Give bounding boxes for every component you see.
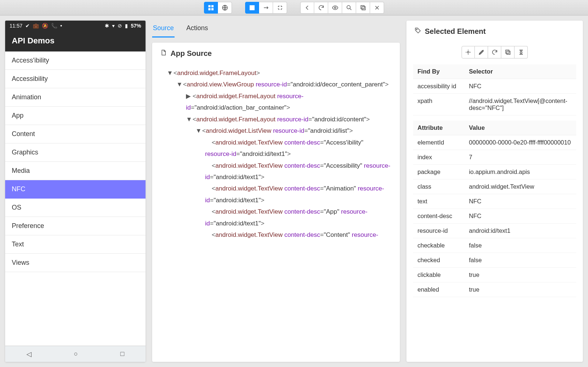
- tree-node[interactable]: <android.widget.TextView content-desc="A…: [163, 160, 391, 183]
- attr-key-cell: text: [413, 194, 465, 209]
- selected-element-card: Selected Element Find By Selector access…: [406, 21, 583, 362]
- table-row: enabledtrue: [413, 282, 576, 297]
- attr-value-cell: true: [465, 268, 576, 282]
- select-element-button[interactable]: [245, 2, 259, 14]
- tree-node[interactable]: <android.widget.TextView content-desc="A…: [163, 206, 391, 229]
- tag-icon: [415, 27, 421, 36]
- selector-table: Find By Selector accessibility idNFCxpat…: [413, 64, 576, 115]
- source-tree[interactable]: ▼<android.widget.FrameLayout>▼<android.v…: [152, 63, 400, 247]
- list-item[interactable]: Graphics: [5, 143, 146, 162]
- statusbar-phone-icon: 📞: [51, 23, 57, 29]
- table-row: classandroid.widget.TextView: [413, 179, 576, 194]
- table-row: index7: [413, 150, 576, 165]
- find-by-header: Find By: [413, 64, 465, 79]
- svg-point-6: [334, 7, 336, 8]
- attr-key-cell: index: [413, 150, 465, 165]
- table-row: clickabletrue: [413, 268, 576, 282]
- list-item[interactable]: Views: [5, 254, 146, 272]
- app-title: API Demos: [5, 31, 146, 51]
- list-item[interactable]: Preference: [5, 217, 146, 235]
- interaction-group: [245, 2, 287, 14]
- tree-node[interactable]: ▼<android.widget.FrameLayout resource-id…: [163, 114, 391, 125]
- list-item[interactable]: App: [5, 107, 146, 125]
- send-keys-button[interactable]: [475, 46, 488, 58]
- tree-node[interactable]: <android.widget.TextView content-desc="A…: [163, 183, 391, 206]
- svg-rect-12: [507, 51, 510, 54]
- table-row: content-descNFC: [413, 209, 576, 224]
- attr-key-cell: clickable: [413, 268, 465, 282]
- element-actions-row: [406, 41, 583, 62]
- attr-key-cell: package: [413, 165, 465, 179]
- main-area: 11:57 ✔ 💼 🔕 📞 • ✱ ▾ ⊘ ▮ 57% API Demos Ac…: [0, 15, 588, 367]
- table-row: resource-idandroid:id/text1: [413, 224, 576, 238]
- statusbar-bluetooth-icon: ✱: [105, 23, 109, 29]
- list-item[interactable]: NFC: [5, 180, 146, 199]
- selector-cell[interactable]: //android.widget.TextView[@content-desc=…: [465, 94, 576, 115]
- native-mode-button[interactable]: [204, 2, 218, 14]
- list-item[interactable]: Content: [5, 125, 146, 143]
- inspector-tabs: Source Actions: [152, 21, 400, 38]
- svg-rect-3: [212, 8, 214, 10]
- tree-node[interactable]: <android.widget.TextView content-desc="C…: [163, 229, 391, 240]
- tab-actions[interactable]: Actions: [186, 21, 209, 38]
- find-by-cell: xpath: [413, 94, 465, 115]
- file-icon: [160, 49, 167, 58]
- attr-key-cell: class: [413, 179, 465, 194]
- selector-cell[interactable]: NFC: [465, 79, 576, 94]
- nav-recent-icon[interactable]: □: [120, 350, 124, 358]
- tree-node[interactable]: <android.widget.TextView content-desc="A…: [163, 137, 391, 160]
- search-element-button[interactable]: [342, 2, 356, 14]
- tab-source[interactable]: Source: [152, 21, 175, 38]
- statusbar-time: 11:57: [10, 23, 22, 29]
- clear-element-button[interactable]: [488, 46, 501, 58]
- list-item[interactable]: Text: [5, 235, 146, 254]
- copy-attributes-button[interactable]: [501, 46, 514, 58]
- statusbar-battery-icon: ▮: [125, 23, 128, 29]
- statusbar-nosim-icon: ⊘: [118, 23, 122, 29]
- svg-point-11: [467, 51, 469, 53]
- list-item[interactable]: Animation: [5, 88, 146, 107]
- attr-value-cell: NFC: [465, 209, 576, 224]
- table-row: elementId00000000-0000-0e20-ffff-ffff000…: [413, 135, 576, 150]
- attr-value-cell: android.widget.TextView: [465, 179, 576, 194]
- app-list: Access'ibilityAccessibilityAnimationAppC…: [5, 51, 146, 346]
- copy-xml-button[interactable]: [356, 2, 370, 14]
- get-timing-button[interactable]: [514, 46, 528, 58]
- list-item[interactable]: OS: [5, 199, 146, 217]
- attr-value-cell: 00000000-0000-0e20-ffff-ffff00000010: [465, 135, 576, 150]
- app-source-title: App Source: [171, 49, 212, 58]
- start-recording-button[interactable]: [328, 2, 342, 14]
- statusbar-wifi-icon: ▾: [112, 23, 115, 29]
- statusbar-dot-icon: •: [60, 23, 62, 29]
- attr-key-cell: content-desc: [413, 209, 465, 224]
- table-row: textNFC: [413, 194, 576, 209]
- nav-back-icon[interactable]: ◁: [26, 350, 32, 358]
- quit-session-button[interactable]: [370, 2, 384, 14]
- statusbar-battery-pct: 57%: [131, 23, 141, 29]
- attr-key-cell: checked: [413, 253, 465, 268]
- list-item[interactable]: Media: [5, 162, 146, 180]
- nav-home-icon[interactable]: ○: [74, 350, 78, 358]
- tree-node[interactable]: ▼<android.view.ViewGroup resource-id="an…: [163, 79, 391, 90]
- attr-value-cell: false: [465, 253, 576, 268]
- table-row: xpath//android.widget.TextView[@content-…: [413, 94, 576, 115]
- tap-element-button[interactable]: [462, 46, 475, 58]
- tap-coordinates-button[interactable]: [273, 2, 287, 14]
- svg-rect-13: [506, 50, 509, 53]
- attribute-header: Attribute: [413, 121, 465, 135]
- tree-node[interactable]: ▶<android.widget.FrameLayout resource-id…: [163, 90, 391, 114]
- list-item[interactable]: Access'ibility: [5, 51, 146, 70]
- view-mode-group: [204, 2, 232, 14]
- web-mode-button[interactable]: [218, 2, 232, 14]
- tree-node[interactable]: ▼<android.widget.ListView resource-id="a…: [163, 125, 391, 136]
- tree-node[interactable]: ▼<android.widget.FrameLayout>: [163, 67, 391, 79]
- svg-rect-9: [361, 6, 364, 9]
- back-button[interactable]: [300, 2, 314, 14]
- session-group: [300, 2, 384, 14]
- refresh-button[interactable]: [314, 2, 328, 14]
- svg-point-10: [416, 29, 417, 30]
- swipe-button[interactable]: [259, 2, 273, 14]
- main-toolbar: [0, 0, 588, 15]
- list-item[interactable]: Accessibility: [5, 70, 146, 88]
- attr-key-cell: checkable: [413, 238, 465, 253]
